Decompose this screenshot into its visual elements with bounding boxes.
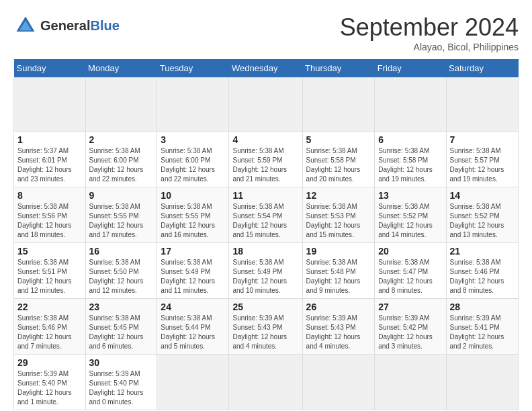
header-row: SundayMondayTuesdayWednesdayThursdayFrid…: [14, 59, 519, 78]
day-number: 4: [232, 134, 298, 145]
calendar-cell: 1Sunrise: 5:37 AMSunset: 6:01 PMDaylight…: [14, 132, 86, 187]
day-header-friday: Friday: [375, 59, 446, 78]
location-subtitle: Alayao, Bicol, Philippines: [340, 42, 519, 52]
title-area: September 2024 Alayao, Bicol, Philippine…: [340, 13, 519, 52]
day-number: 2: [89, 134, 154, 145]
cell-info: Sunrise: 5:39 AMSunset: 5:43 PMDaylight:…: [306, 314, 371, 351]
day-number: 29: [17, 357, 82, 368]
calendar-cell: 22Sunrise: 5:38 AMSunset: 5:46 PMDayligh…: [14, 299, 86, 355]
day-number: 19: [306, 246, 371, 257]
calendar-table: SundayMondayTuesdayWednesdayThursdayFrid…: [13, 59, 519, 410]
day-number: 16: [89, 246, 154, 257]
day-number: 11: [232, 190, 298, 201]
calendar-cell: 6Sunrise: 5:38 AMSunset: 5:58 PMDaylight…: [375, 132, 446, 187]
calendar-cell: [229, 78, 302, 132]
day-header-sunday: Sunday: [14, 59, 86, 78]
calendar-cell: 16Sunrise: 5:38 AMSunset: 5:50 PMDayligh…: [85, 243, 157, 299]
calendar-cell: 12Sunrise: 5:38 AMSunset: 5:53 PMDayligh…: [302, 187, 375, 243]
calendar-cell: 7Sunrise: 5:38 AMSunset: 5:57 PMDaylight…: [446, 132, 518, 187]
day-number: 14: [450, 190, 515, 201]
cell-info: Sunrise: 5:38 AMSunset: 5:53 PMDaylight:…: [306, 202, 371, 240]
day-number: 26: [306, 302, 371, 312]
day-header-monday: Monday: [85, 59, 157, 78]
cell-info: Sunrise: 5:38 AMSunset: 6:00 PMDaylight:…: [89, 146, 154, 184]
day-number: 22: [17, 302, 82, 312]
day-number: 18: [232, 246, 298, 257]
calendar-cell: 14Sunrise: 5:38 AMSunset: 5:52 PMDayligh…: [446, 187, 518, 243]
week-row-3: 15Sunrise: 5:38 AMSunset: 5:51 PMDayligh…: [14, 243, 519, 299]
logo-general: General: [40, 18, 90, 33]
cell-info: Sunrise: 5:38 AMSunset: 5:57 PMDaylight:…: [450, 146, 515, 184]
day-header-wednesday: Wednesday: [229, 59, 302, 78]
cell-info: Sunrise: 5:38 AMSunset: 5:45 PMDaylight:…: [89, 314, 154, 351]
cell-info: Sunrise: 5:38 AMSunset: 5:54 PMDaylight:…: [232, 202, 298, 240]
cell-info: Sunrise: 5:39 AMSunset: 5:42 PMDaylight:…: [378, 314, 442, 351]
calendar-cell: 8Sunrise: 5:38 AMSunset: 5:56 PMDaylight…: [14, 187, 86, 243]
calendar-cell: 9Sunrise: 5:38 AMSunset: 5:55 PMDaylight…: [85, 187, 157, 243]
day-number: 17: [161, 246, 225, 257]
cell-info: Sunrise: 5:38 AMSunset: 5:48 PMDaylight:…: [306, 258, 371, 295]
week-row-2: 8Sunrise: 5:38 AMSunset: 5:56 PMDaylight…: [14, 187, 519, 243]
calendar-cell: [302, 78, 375, 132]
calendar-cell: 20Sunrise: 5:38 AMSunset: 5:47 PMDayligh…: [375, 243, 446, 299]
calendar-cell: 15Sunrise: 5:38 AMSunset: 5:51 PMDayligh…: [14, 243, 86, 299]
calendar-cell: 30Sunrise: 5:39 AMSunset: 5:40 PMDayligh…: [85, 355, 157, 410]
calendar-cell: 27Sunrise: 5:39 AMSunset: 5:42 PMDayligh…: [375, 299, 446, 355]
calendar-cell: [157, 78, 229, 132]
calendar-cell: 3Sunrise: 5:38 AMSunset: 6:00 PMDaylight…: [157, 132, 229, 187]
calendar-cell: 11Sunrise: 5:38 AMSunset: 5:54 PMDayligh…: [229, 187, 302, 243]
day-number: 23: [89, 302, 154, 312]
calendar-cell: 2Sunrise: 5:38 AMSunset: 6:00 PMDaylight…: [85, 132, 157, 187]
logo-text: GeneralBlue: [40, 18, 120, 34]
cell-info: Sunrise: 5:39 AMSunset: 5:40 PMDaylight:…: [17, 369, 82, 407]
calendar-cell: 10Sunrise: 5:38 AMSunset: 5:55 PMDayligh…: [157, 187, 229, 243]
calendar-cell: [375, 78, 446, 132]
calendar-cell: 29Sunrise: 5:39 AMSunset: 5:40 PMDayligh…: [14, 355, 86, 410]
calendar-cell: [375, 355, 446, 410]
calendar-cell: [85, 78, 157, 132]
logo: GeneralBlue: [13, 13, 120, 38]
day-number: 21: [450, 246, 515, 257]
day-number: 27: [378, 302, 442, 312]
cell-info: Sunrise: 5:38 AMSunset: 5:56 PMDaylight:…: [17, 202, 82, 240]
cell-info: Sunrise: 5:38 AMSunset: 5:58 PMDaylight:…: [306, 146, 371, 184]
cell-info: Sunrise: 5:38 AMSunset: 5:51 PMDaylight:…: [17, 258, 82, 295]
month-title: September 2024: [340, 13, 519, 42]
page-header: GeneralBlue September 2024 Alayao, Bicol…: [13, 13, 519, 52]
logo-icon: [13, 13, 38, 38]
calendar-cell: [157, 355, 229, 410]
cell-info: Sunrise: 5:39 AMSunset: 5:40 PMDaylight:…: [89, 369, 154, 407]
day-number: 20: [378, 246, 442, 257]
day-header-thursday: Thursday: [302, 59, 375, 78]
cell-info: Sunrise: 5:38 AMSunset: 6:00 PMDaylight:…: [161, 146, 225, 184]
logo-blue: Blue: [90, 18, 119, 33]
week-row-1: 1Sunrise: 5:37 AMSunset: 6:01 PMDaylight…: [14, 132, 519, 187]
day-number: 1: [17, 134, 82, 145]
calendar-cell: 13Sunrise: 5:38 AMSunset: 5:52 PMDayligh…: [375, 187, 446, 243]
day-header-tuesday: Tuesday: [157, 59, 229, 78]
week-row-5: 29Sunrise: 5:39 AMSunset: 5:40 PMDayligh…: [14, 355, 519, 410]
cell-info: Sunrise: 5:38 AMSunset: 5:44 PMDaylight:…: [161, 314, 225, 351]
day-number: 9: [89, 190, 154, 201]
calendar-cell: [302, 355, 375, 410]
calendar-cell: [446, 355, 518, 410]
day-number: 7: [450, 134, 515, 145]
cell-info: Sunrise: 5:39 AMSunset: 5:41 PMDaylight:…: [450, 314, 515, 351]
calendar-cell: 19Sunrise: 5:38 AMSunset: 5:48 PMDayligh…: [302, 243, 375, 299]
calendar-cell: 23Sunrise: 5:38 AMSunset: 5:45 PMDayligh…: [85, 299, 157, 355]
calendar-cell: 21Sunrise: 5:38 AMSunset: 5:46 PMDayligh…: [446, 243, 518, 299]
cell-info: Sunrise: 5:38 AMSunset: 5:46 PMDaylight:…: [450, 258, 515, 295]
calendar-cell: [446, 78, 518, 132]
cell-info: Sunrise: 5:38 AMSunset: 5:49 PMDaylight:…: [161, 258, 225, 295]
day-number: 15: [17, 246, 82, 257]
day-number: 28: [450, 302, 515, 312]
calendar-cell: 28Sunrise: 5:39 AMSunset: 5:41 PMDayligh…: [446, 299, 518, 355]
day-number: 12: [306, 190, 371, 201]
cell-info: Sunrise: 5:38 AMSunset: 5:58 PMDaylight:…: [378, 146, 442, 184]
day-number: 6: [378, 134, 442, 145]
calendar-cell: 24Sunrise: 5:38 AMSunset: 5:44 PMDayligh…: [157, 299, 229, 355]
cell-info: Sunrise: 5:38 AMSunset: 5:52 PMDaylight:…: [450, 202, 515, 240]
cell-info: Sunrise: 5:39 AMSunset: 5:43 PMDaylight:…: [232, 314, 298, 351]
cell-info: Sunrise: 5:38 AMSunset: 5:49 PMDaylight:…: [232, 258, 298, 295]
calendar-cell: 18Sunrise: 5:38 AMSunset: 5:49 PMDayligh…: [229, 243, 302, 299]
